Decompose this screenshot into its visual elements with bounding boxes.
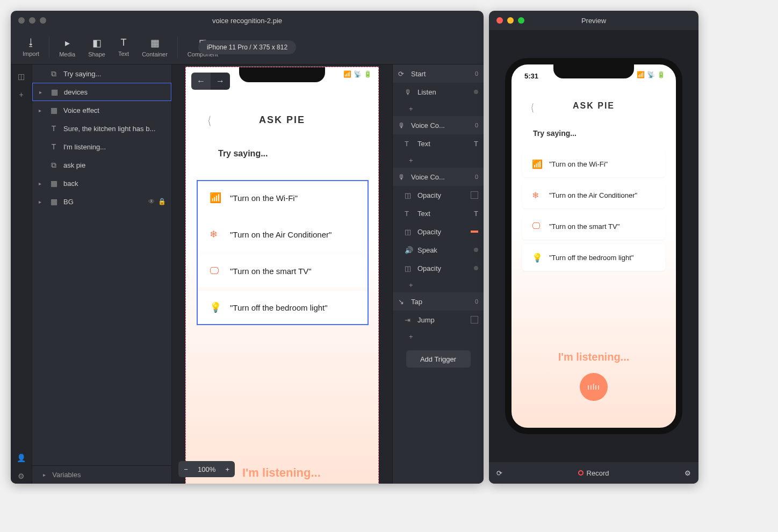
toolbar: ⭳ Import ▸ Media ◧ Shape T Text ▦ Contai… xyxy=(11,30,484,64)
device-selector[interactable]: iPhone 11 Pro / X 375 x 812 xyxy=(198,40,296,54)
zoom-out-button[interactable]: − xyxy=(178,465,193,473)
target-box-icon xyxy=(471,191,478,199)
separator xyxy=(177,37,178,58)
record-button[interactable]: Record xyxy=(578,469,609,477)
timeline-dot-icon xyxy=(474,90,478,94)
layer-item[interactable]: ▸▦devices xyxy=(32,83,171,101)
layer-item[interactable]: ▸▦back xyxy=(32,174,171,192)
trigger-group-header[interactable]: 🎙Voice Co...0 xyxy=(393,168,484,186)
nav-back-button[interactable]: ← xyxy=(191,73,211,90)
devices-selection-box[interactable]: 📶"Turn on the Wi-Fi"❄"Turn on the Air Co… xyxy=(197,180,369,325)
preview-phone[interactable]: 5:31 📶 📡 🔋 〈 ASK PIE Try saying... 📶"Tur… xyxy=(505,58,682,434)
add-action-button[interactable]: + xyxy=(393,153,484,168)
trigger-action-item[interactable]: ◫Opacity xyxy=(393,186,484,204)
chevron-right-icon: ▸ xyxy=(39,199,44,205)
layer-type-icon: ▦ xyxy=(50,88,59,96)
record-icon xyxy=(578,470,584,476)
zoom-in-button[interactable]: + xyxy=(220,465,235,473)
chevron-right-icon: ▸ xyxy=(39,181,44,186)
refresh-button[interactable]: ⟳ xyxy=(496,469,502,477)
trigger-action-item[interactable]: ◫Opacity xyxy=(393,259,484,277)
chevron-right-icon: ▸ xyxy=(39,107,44,113)
close-window-button[interactable] xyxy=(18,17,25,24)
card-label: "Turn on the smart TV" xyxy=(549,222,619,231)
voice-orb-button[interactable]: ıılıı xyxy=(580,373,608,401)
suggestion-card[interactable]: 📶"Turn on the Wi-Fi" xyxy=(198,181,368,214)
minimize-window-button[interactable] xyxy=(507,17,514,24)
container-button[interactable]: ▦ Container xyxy=(135,35,174,60)
ac-icon: ❄ xyxy=(210,228,221,240)
back-chevron-icon[interactable]: 〈 xyxy=(528,101,534,116)
phone-artboard[interactable]: 📶 📡 🔋 ← → 〈 ASK PIE Try saying... 📶"Turn… xyxy=(185,67,379,484)
layer-item[interactable]: TI'm listening... xyxy=(32,138,171,156)
nav-forward-button[interactable]: → xyxy=(211,73,230,90)
suggestion-card[interactable]: 🖵"Turn on the smart TV" xyxy=(522,213,665,240)
layer-item[interactable]: ▸▦Voice effect xyxy=(32,101,171,119)
settings-icon[interactable]: ⚙ xyxy=(14,469,29,484)
add-trigger-button[interactable]: Add Trigger xyxy=(406,350,471,368)
back-chevron-icon[interactable]: 〈 xyxy=(204,113,211,130)
layer-label: Sure, the kitchen light has b... xyxy=(63,125,155,133)
zoom-window-button[interactable] xyxy=(40,17,46,24)
lock-icon[interactable]: 🔒 xyxy=(158,198,166,205)
text-type-icon: T xyxy=(474,140,478,148)
suggestion-card[interactable]: 💡"Turn off the bedroom light" xyxy=(522,244,665,271)
suggestion-card[interactable]: 💡"Turn off the bedroom light" xyxy=(198,291,368,324)
layer-type-icon: T xyxy=(49,142,58,151)
card-label: "Turn on the Air Conditioner" xyxy=(230,230,332,239)
layer-item[interactable]: TSure, the kitchen light has b... xyxy=(32,119,171,138)
card-label: "Turn on the Air Conditioner" xyxy=(549,191,637,199)
suggestion-card[interactable]: ❄"Turn on the Air Conditioner" xyxy=(522,182,665,209)
zoom-value[interactable]: 100% xyxy=(193,465,220,473)
trigger-type-icon: ↘ xyxy=(398,298,407,306)
text-button[interactable]: T Text xyxy=(112,35,135,59)
trigger-group-header[interactable]: ↘Tap0 xyxy=(393,292,484,311)
suggestion-card[interactable]: 📶"Turn on the Wi-Fi" xyxy=(522,150,665,177)
add-action-button[interactable]: + xyxy=(393,329,484,344)
trigger-action-item[interactable]: ◫Opacity xyxy=(393,222,484,241)
layer-item[interactable]: ▸▦BG👁🔒 xyxy=(32,192,171,211)
panels-toggle-button[interactable]: ◫ xyxy=(14,69,29,84)
layer-item[interactable]: ⧉Try saying... xyxy=(32,64,171,83)
import-button[interactable]: ⭳ Import xyxy=(16,35,46,59)
minimize-window-button[interactable] xyxy=(29,17,35,24)
trigger-action-item[interactable]: 🎙Listen xyxy=(393,83,484,101)
close-window-button[interactable] xyxy=(496,17,503,24)
preview-settings-button[interactable]: ⚙ xyxy=(685,469,691,477)
trigger-action-item[interactable]: TTextT xyxy=(393,204,484,222)
add-action-button[interactable]: + xyxy=(393,101,484,116)
add-page-button[interactable]: + xyxy=(14,87,29,102)
trigger-group-header[interactable]: 🎙Voice Co...0 xyxy=(393,116,484,134)
trigger-action-item[interactable]: 🔊Speak xyxy=(393,241,484,259)
trigger-type-icon: ⟳ xyxy=(398,70,407,78)
canvas[interactable]: 📶 📡 🔋 ← → 〈 ASK PIE Try saying... 📶"Turn… xyxy=(172,64,392,484)
add-action-button[interactable]: + xyxy=(393,277,484,292)
trigger-action-item[interactable]: TTextT xyxy=(393,134,484,153)
notch xyxy=(553,64,634,78)
layer-item[interactable]: ⧉ask pie xyxy=(32,156,171,174)
trigger-action-item[interactable]: ⇥Jump xyxy=(393,311,484,329)
variables-row[interactable]: ▸ Variables xyxy=(32,465,171,484)
bulb-icon: 💡 xyxy=(532,253,542,263)
user-icon[interactable]: 👤 xyxy=(14,450,29,465)
editor-window: voice recognition-2.pie ⭳ Import ▸ Media… xyxy=(11,11,484,484)
status-bar: 📶 📡 🔋 xyxy=(343,70,372,78)
zoom-window-button[interactable] xyxy=(518,17,524,24)
card-label: "Turn on the Wi-Fi" xyxy=(230,193,298,203)
listening-text: I'm listening... xyxy=(242,466,321,480)
media-button[interactable]: ▸ Media xyxy=(53,35,82,60)
suggestion-card[interactable]: 🖵"Turn on the smart TV" xyxy=(198,254,368,287)
layer-label: BG xyxy=(63,198,74,206)
trigger-type-icon: 🎙 xyxy=(398,121,407,130)
preview-titlebar: Preview xyxy=(489,11,698,30)
layers-panel: ⧉Try saying...▸▦devices▸▦Voice effectTSu… xyxy=(32,64,172,484)
action-label: Jump xyxy=(417,316,435,324)
suggestion-card[interactable]: ❄"Turn on the Air Conditioner" xyxy=(198,218,368,251)
listening-text: I'm listening... xyxy=(558,351,630,363)
visibility-icon[interactable]: 👁 xyxy=(148,198,155,205)
jump-icon: ⇥ xyxy=(405,316,413,324)
trigger-count-badge: 0 xyxy=(475,174,478,180)
shape-button[interactable]: ◧ Shape xyxy=(82,35,112,60)
chevron-right-icon: ▸ xyxy=(43,472,48,478)
trigger-group-header[interactable]: ⟳Start0 xyxy=(393,64,484,83)
